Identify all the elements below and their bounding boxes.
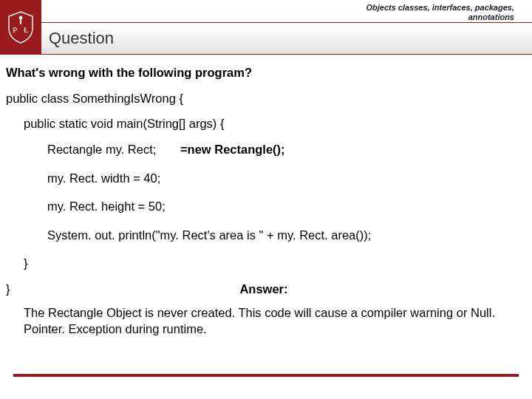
code-line-7: }	[24, 256, 522, 271]
code-line-3: Rectangle my. Rect; =new Rectangle();	[47, 142, 522, 157]
slide-header: P Ł Objects classes, interfaces, package…	[0, 0, 532, 55]
logo-block: P Ł	[0, 0, 41, 55]
code-line-1: public class SomethingIsWrong {	[6, 91, 522, 106]
code-line-5: my. Rect. height = 50;	[47, 199, 522, 214]
svg-text:P: P	[13, 25, 17, 34]
title-bar: Question	[41, 22, 532, 55]
code-line-2: public static void main(String[] args) {	[24, 116, 522, 132]
code-line-3b: =new Rectangle();	[180, 143, 285, 156]
svg-text:Ł: Ł	[24, 25, 29, 34]
svg-point-2	[19, 16, 23, 20]
code-line-6: System. out. println("my. Rect's area is…	[47, 228, 522, 243]
svg-rect-3	[20, 19, 21, 24]
breadcrumb: Objects classes, interfaces, packages, a…	[366, 3, 514, 21]
answer-label: Answer:	[6, 282, 522, 297]
slide-content: What's wrong with the following program?…	[0, 55, 532, 337]
breadcrumb-line1: Objects classes, interfaces, packages,	[366, 3, 514, 13]
footer-rule	[13, 374, 519, 377]
question-heading: What's wrong with the following program?	[6, 65, 522, 81]
page-title: Question	[49, 29, 114, 48]
answer-text: The Rectangle Object is never created. T…	[24, 304, 522, 338]
answer-row: } Answer:	[6, 282, 522, 297]
code-line-3a: Rectangle my. Rect;	[47, 143, 156, 156]
code-line-4: my. Rect. width = 40;	[47, 171, 522, 186]
shield-logo-icon: P Ł	[6, 10, 35, 44]
breadcrumb-line2: annotations	[366, 13, 514, 22]
